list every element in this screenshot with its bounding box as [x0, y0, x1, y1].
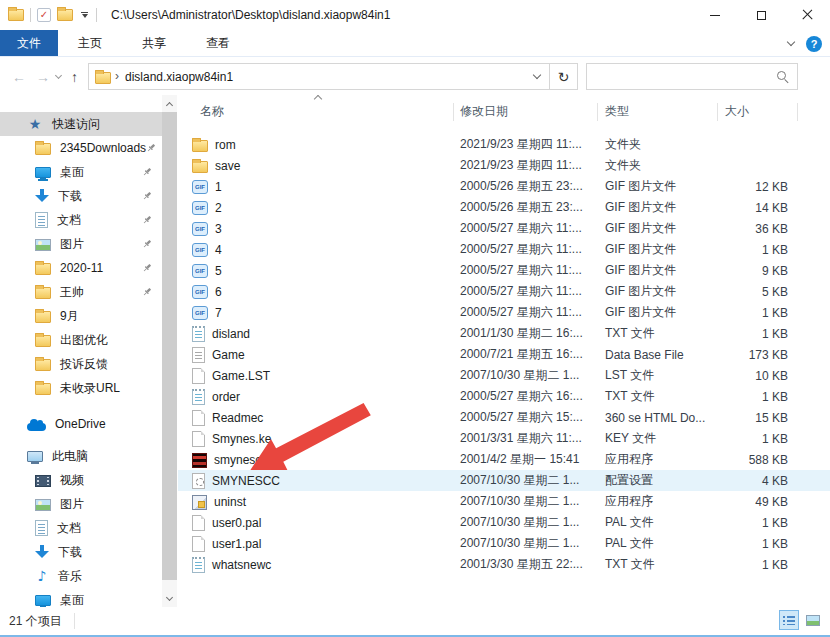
file-row[interactable]: Game.LST2007/10/30 星期二 1...LST 文件10 KB [178, 365, 830, 386]
scrollbar-thumb[interactable] [162, 112, 177, 580]
file-name: 5 [215, 264, 222, 278]
sidebar-item[interactable]: 桌面 [0, 588, 162, 607]
close-button[interactable] [784, 0, 830, 30]
sidebar-scrollbar[interactable] [162, 95, 177, 607]
sidebar-item-onedrive[interactable]: OneDrive [0, 412, 162, 436]
forward-button[interactable]: → [36, 69, 50, 85]
column-divider[interactable] [797, 103, 798, 121]
file-row[interactable]: Smynes.ke2001/3/31 星期六 11:...KEY 文件1 KB [178, 428, 830, 449]
column-header-size[interactable]: 大小 [725, 103, 749, 120]
file-row[interactable]: order2000/5/27 星期六 16:...TXT 文件1 KB [178, 386, 830, 407]
pin-icon [142, 263, 152, 273]
file-name: user1.pal [212, 537, 261, 551]
breadcrumb[interactable]: › disland.xiaopw84in1 [88, 63, 550, 90]
file-name: 1 [215, 180, 222, 194]
breadcrumb-folder-icon [95, 72, 111, 84]
gif-icon: GIF [192, 201, 208, 215]
sidebar-item[interactable]: 图片 [0, 492, 162, 516]
scroll-up-icon[interactable] [162, 96, 177, 111]
file-row[interactable]: GIF52000/5/27 星期六 11:...GIF 图片文件9 KB [178, 260, 830, 281]
column-divider[interactable] [453, 103, 454, 121]
pin-icon [146, 143, 156, 153]
file-name-cell: whatsnewc [178, 557, 453, 573]
sidebar-item-label: 未收录URL [60, 380, 120, 397]
file-row[interactable]: rom2021/9/23 星期四 11:...文件夹 [178, 134, 830, 155]
sidebar-item[interactable]: 9月 [0, 304, 162, 328]
sidebar-item[interactable]: 出图优化 [0, 328, 162, 352]
sidebar-item[interactable]: 王帅 [0, 280, 162, 304]
file-row[interactable]: GIF72000/5/27 星期六 11:...GIF 图片文件1 KB [178, 302, 830, 323]
tab-file[interactable]: 文件 [0, 30, 58, 56]
up-button[interactable]: ↑ [71, 69, 78, 85]
column-divider[interactable] [717, 103, 718, 121]
download-icon [35, 544, 49, 560]
file-row[interactable]: GIF62000/5/27 星期六 11:...GIF 图片文件5 KB [178, 281, 830, 302]
file-type-cell: PAL 文件 [597, 535, 717, 552]
sidebar-item[interactable]: 2345Downloads [0, 136, 162, 160]
column-divider[interactable] [597, 103, 598, 121]
column-header-name[interactable]: 名称 [200, 103, 224, 120]
sidebar-item[interactable]: 视频 [0, 468, 162, 492]
recent-locations-icon[interactable] [55, 72, 62, 79]
details-view-button[interactable] [779, 610, 799, 630]
customize-toolbar-dropdown-icon[interactable] [79, 12, 90, 18]
sidebar-item[interactable]: 投诉反馈 [0, 352, 162, 376]
file-row[interactable]: GIF12000/5/26 星期五 23:...GIF 图片文件12 KB [178, 176, 830, 197]
sidebar-item[interactable]: 下载 [0, 184, 162, 208]
file-row[interactable]: uninst2007/10/30 星期二 1...应用程序49 KB [178, 491, 830, 512]
file-row[interactable]: Readmec2000/5/27 星期六 15:...360 se HTML D… [178, 407, 830, 428]
file-row[interactable]: Game2000/7/21 星期五 16:...Data Base File17… [178, 344, 830, 365]
sidebar-item[interactable]: ♪音乐 [0, 564, 162, 588]
file-row[interactable]: disland2001/1/30 星期二 16:...TXT 文件1 KB [178, 323, 830, 344]
minimize-button[interactable] [692, 0, 738, 30]
breadcrumb-dropdown-icon[interactable] [533, 71, 541, 79]
doc-icon [35, 212, 48, 228]
file-row[interactable]: GIF32000/5/27 星期六 11:...GIF 图片文件36 KB [178, 218, 830, 239]
file-row[interactable]: GIF22000/5/26 星期五 23:...GIF 图片文件14 KB [178, 197, 830, 218]
properties-check-icon[interactable]: ✓ [37, 8, 51, 22]
file-type-cell: GIF 图片文件 [597, 262, 717, 279]
file-row[interactable]: smynesc2001/4/2 星期一 15:41应用程序588 KB [178, 449, 830, 470]
file-row[interactable]: GIF42000/5/27 星期六 11:...GIF 图片文件1 KB [178, 239, 830, 260]
tab-share[interactable]: 共享 [122, 30, 186, 56]
tab-view[interactable]: 查看 [186, 30, 250, 56]
sidebar-item[interactable]: 桌面 [0, 160, 162, 184]
file-row[interactable]: SMYNESCC2007/10/30 星期二 1...配置设置4 KB [178, 470, 830, 491]
page-icon [192, 368, 205, 384]
file-row[interactable]: user0.pal2007/10/30 星期二 1...PAL 文件1 KB [178, 512, 830, 533]
sidebar-item[interactable]: 文档 [0, 208, 162, 232]
column-header-type[interactable]: 类型 [605, 103, 629, 120]
thumbnails-view-button[interactable] [803, 610, 823, 630]
sidebar-item[interactable]: 文档 [0, 516, 162, 540]
sidebar-item-quick-access[interactable]: ★ 快速访问 [0, 112, 162, 136]
tab-home[interactable]: 主页 [58, 30, 122, 56]
maximize-button[interactable] [738, 0, 784, 30]
breadcrumb-folder-name[interactable]: disland.xiaopw84in1 [125, 70, 233, 84]
new-folder-icon[interactable] [57, 9, 73, 21]
sidebar-item[interactable]: 2020-11 [0, 256, 162, 280]
refresh-button[interactable]: ↻ [550, 63, 578, 90]
column-header-date[interactable]: 修改日期 [460, 103, 508, 120]
details-view-icon [783, 615, 795, 626]
sidebar-item[interactable]: 未收录URL [0, 376, 162, 400]
file-row[interactable]: save2021/9/23 星期四 11:...文件夹 [178, 155, 830, 176]
music-icon: ♪ [35, 568, 49, 584]
file-size-cell: 1 KB [717, 516, 802, 530]
sidebar-item-this-pc[interactable]: 此电脑 [0, 444, 162, 468]
sidebar-item-label: 下载 [58, 544, 82, 561]
sidebar-item[interactable]: 下载 [0, 540, 162, 564]
sidebar-item[interactable]: 图片 [0, 232, 162, 256]
this-pc-list: 视频图片文档下载♪音乐桌面 [0, 468, 162, 607]
search-input[interactable] [586, 63, 798, 90]
expand-ribbon-icon[interactable] [787, 38, 795, 46]
file-size-cell: 10 KB [717, 369, 802, 383]
file-row[interactable]: user1.pal2007/10/30 星期二 1...PAL 文件1 KB [178, 533, 830, 554]
file-type-cell: TXT 文件 [597, 325, 717, 342]
back-button[interactable]: ← [12, 69, 26, 85]
file-row[interactable]: whatsnewc2001/3/30 星期五 22:...TXT 文件1 KB [178, 554, 830, 575]
folder-icon [192, 140, 208, 152]
page-icon [192, 536, 205, 552]
help-icon[interactable]: ? [806, 36, 822, 52]
file-name: 6 [215, 285, 222, 299]
scroll-down-icon[interactable] [162, 591, 177, 606]
